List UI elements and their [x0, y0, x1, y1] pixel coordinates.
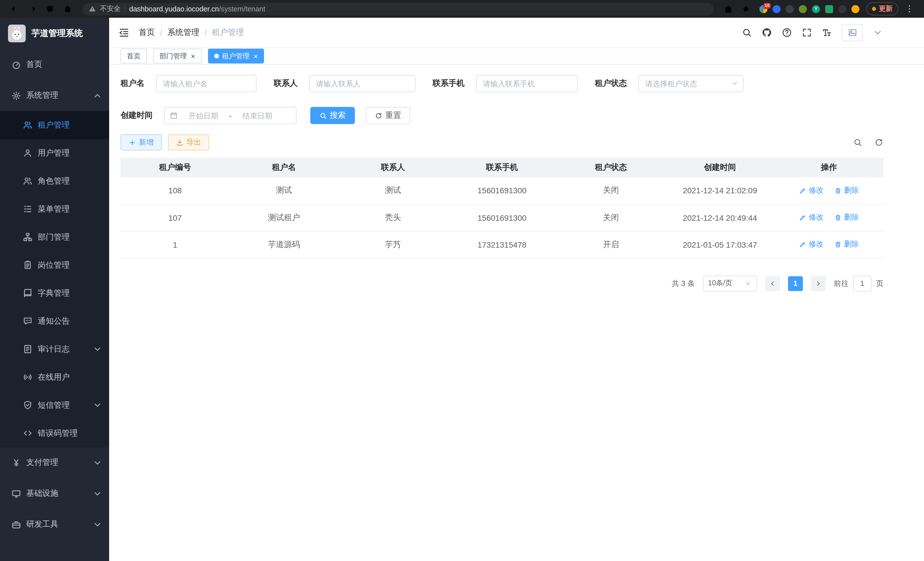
- edit-button[interactable]: 修改: [799, 185, 824, 196]
- sidebar-item-label: 审计日志: [38, 344, 70, 354]
- delete-button[interactable]: 删除: [834, 239, 859, 250]
- active-dot-icon: [214, 54, 219, 58]
- sidebar-item-notice[interactable]: 通知公告: [0, 307, 109, 335]
- status-select[interactable]: [638, 75, 743, 92]
- download-icon: [176, 139, 183, 146]
- chevron-down-icon[interactable]: [873, 27, 883, 38]
- sidebar-item-infrastructure[interactable]: 基础设施: [0, 478, 109, 509]
- tab-tenant[interactable]: 租户管理 ×: [208, 49, 264, 63]
- col-created: 创建时间: [665, 158, 774, 177]
- chevron-down-icon: [93, 520, 102, 529]
- sidebar-item-post[interactable]: 岗位管理: [0, 251, 109, 279]
- extension-icon-dark[interactable]: [786, 5, 794, 13]
- date-end-input[interactable]: [234, 111, 281, 120]
- update-label: 更新: [879, 4, 892, 14]
- extension-icon-colorful[interactable]: 10: [759, 5, 767, 13]
- field-label: 租户状态: [595, 78, 627, 89]
- search-icon[interactable]: [742, 27, 752, 38]
- export-button[interactable]: 导出: [168, 134, 209, 150]
- breadcrumb-item[interactable]: 系统管理: [167, 27, 200, 38]
- phone-input[interactable]: [476, 75, 578, 92]
- sidebar-item-audit-log[interactable]: 审计日志: [0, 335, 109, 363]
- help-icon[interactable]: [782, 27, 792, 38]
- reload-icon[interactable]: [45, 4, 55, 14]
- sidebar-item-home[interactable]: 首页: [0, 49, 109, 80]
- date-separator: -: [229, 111, 232, 120]
- forward-icon[interactable]: [27, 4, 37, 14]
- home-icon[interactable]: [63, 4, 73, 14]
- document-icon: [23, 344, 33, 354]
- chevron-down-icon: [93, 489, 102, 498]
- breadcrumb-item[interactable]: 首页: [139, 27, 155, 38]
- add-button[interactable]: 新增: [121, 134, 162, 150]
- github-icon[interactable]: [762, 27, 772, 38]
- calendar-icon: [170, 111, 178, 120]
- sidebar-collapse-icon[interactable]: [118, 27, 130, 38]
- user-avatar[interactable]: [842, 24, 863, 41]
- back-icon[interactable]: [10, 4, 20, 14]
- delete-button[interactable]: 删除: [834, 185, 859, 196]
- font-size-icon[interactable]: [822, 27, 832, 38]
- breadcrumb-current: 租户管理: [212, 27, 244, 38]
- sidebar-item-payment[interactable]: 支付管理: [0, 447, 109, 478]
- tenant-name-input[interactable]: [156, 75, 256, 92]
- tab-close-icon[interactable]: ×: [254, 52, 258, 60]
- sidebar-item-role[interactable]: 角色管理: [0, 167, 109, 195]
- bookmark-star-icon[interactable]: [741, 4, 751, 14]
- sidebar-item-label: 基础设施: [26, 488, 58, 499]
- extension-icon-green-y[interactable]: Y: [812, 5, 820, 13]
- refresh-icon[interactable]: [874, 138, 884, 147]
- reset-button[interactable]: 重置: [366, 107, 410, 124]
- page-size-select[interactable]: 10条/页: [703, 275, 757, 291]
- cell-tenant-name: 测试: [230, 177, 338, 204]
- extension-strip: 10 Y: [759, 5, 860, 13]
- fullscreen-icon[interactable]: [802, 27, 812, 38]
- sidebar-item-system[interactable]: 系统管理: [0, 80, 109, 111]
- sidebar-item-dept[interactable]: 部门管理: [0, 223, 109, 251]
- extension-icon-green-square[interactable]: [825, 5, 833, 13]
- sidebar-item-user[interactable]: 用户管理: [0, 139, 109, 167]
- browser-menu-icon[interactable]: [904, 4, 914, 14]
- search-button[interactable]: 搜索: [310, 107, 355, 124]
- url-text: dashboard.yudao.iocoder.cn/system/tenant: [129, 5, 266, 13]
- sidebar-item-error-code[interactable]: 错误码管理: [0, 419, 109, 447]
- page-number-current[interactable]: 1: [788, 276, 803, 291]
- tab-dept[interactable]: 部门管理 ×: [153, 49, 201, 63]
- users-icon: [23, 120, 33, 130]
- main-panel: 首页 / 系统管理 / 租户管理: [109, 18, 924, 561]
- sidebar-item-online-user[interactable]: 在线用户: [0, 363, 109, 391]
- extension-icon-blue[interactable]: [772, 5, 781, 13]
- search-toggle-icon[interactable]: [853, 138, 862, 147]
- edit-icon: [799, 241, 806, 248]
- edit-button[interactable]: 修改: [799, 212, 824, 223]
- tab-close-icon[interactable]: ×: [191, 52, 195, 60]
- table-toolbar: 新增 导出: [121, 134, 884, 150]
- status-select-input[interactable]: [638, 75, 743, 92]
- goto-page-input[interactable]: [853, 275, 872, 291]
- prev-page-button[interactable]: [765, 276, 780, 291]
- sidebar-item-dev-tools[interactable]: 研发工具: [0, 509, 109, 540]
- profile-avatar[interactable]: [851, 5, 860, 13]
- sidebar-item-menu[interactable]: 菜单管理: [0, 195, 109, 223]
- signal-icon: [23, 372, 33, 382]
- date-start-input[interactable]: [180, 111, 227, 120]
- sidebar-item-tenant[interactable]: 租户管理: [0, 111, 109, 139]
- tab-label: 首页: [127, 51, 141, 61]
- next-page-button[interactable]: [811, 276, 826, 291]
- extension-icon-puzzle[interactable]: [838, 5, 846, 13]
- edit-button[interactable]: 修改: [799, 239, 824, 250]
- security-label: 不安全: [100, 4, 121, 14]
- sidebar-item-sms[interactable]: 短信管理: [0, 391, 109, 419]
- sidebar-item-label: 在线用户: [38, 372, 70, 382]
- filter-phone: 联系手机: [433, 75, 578, 92]
- sidebar-item-dict[interactable]: 字典管理: [0, 279, 109, 307]
- date-range-picker[interactable]: -: [164, 107, 297, 124]
- share-icon[interactable]: [723, 4, 733, 14]
- contact-input[interactable]: [309, 75, 416, 92]
- chrome-update-chip[interactable]: 更新: [866, 2, 898, 15]
- tab-home[interactable]: 首页: [121, 49, 147, 63]
- extension-icon-olive[interactable]: [799, 5, 807, 13]
- delete-button[interactable]: 删除: [834, 212, 859, 223]
- address-bar[interactable]: 不安全 dashboard.yudao.iocoder.cn/system/te…: [82, 3, 714, 15]
- page-content: 租户名 联系人 联系手机 租户状态: [109, 65, 924, 561]
